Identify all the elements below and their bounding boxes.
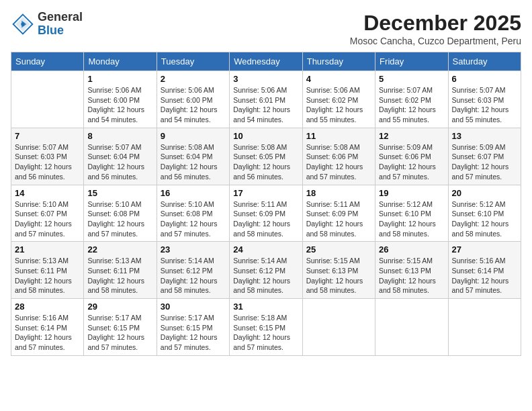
calendar-cell bbox=[302, 299, 375, 356]
day-number: 30 bbox=[161, 302, 226, 312]
column-header-thursday: Thursday bbox=[302, 52, 375, 71]
day-info: Sunrise: 5:17 AM Sunset: 6:15 PM Dayligh… bbox=[161, 313, 226, 353]
column-header-saturday: Saturday bbox=[448, 52, 521, 71]
day-number: 26 bbox=[379, 244, 444, 255]
calendar-cell: 18Sunrise: 5:11 AM Sunset: 6:09 PM Dayli… bbox=[302, 185, 375, 242]
day-info: Sunrise: 5:11 AM Sunset: 6:09 PM Dayligh… bbox=[233, 199, 298, 239]
day-number: 19 bbox=[379, 188, 444, 198]
calendar-cell: 10Sunrise: 5:08 AM Sunset: 6:05 PM Dayli… bbox=[230, 128, 302, 185]
column-header-friday: Friday bbox=[375, 52, 448, 71]
logo-text: General Blue bbox=[38, 11, 83, 38]
calendar-cell: 7Sunrise: 5:07 AM Sunset: 6:03 PM Daylig… bbox=[11, 128, 84, 185]
calendar-cell: 31Sunrise: 5:18 AM Sunset: 6:15 PM Dayli… bbox=[230, 299, 302, 356]
day-info: Sunrise: 5:08 AM Sunset: 6:06 PM Dayligh… bbox=[306, 142, 371, 182]
day-number: 12 bbox=[379, 131, 444, 141]
calendar-cell: 23Sunrise: 5:14 AM Sunset: 6:12 PM Dayli… bbox=[157, 242, 229, 299]
calendar-cell: 3Sunrise: 5:06 AM Sunset: 6:01 PM Daylig… bbox=[230, 71, 302, 128]
logo: General Blue bbox=[11, 11, 83, 38]
column-header-wednesday: Wednesday bbox=[230, 52, 302, 71]
calendar-table: SundayMondayTuesdayWednesdayThursdayFrid… bbox=[11, 52, 521, 356]
day-number: 21 bbox=[15, 244, 80, 255]
calendar-cell: 5Sunrise: 5:07 AM Sunset: 6:02 PM Daylig… bbox=[375, 71, 448, 128]
day-info: Sunrise: 5:09 AM Sunset: 6:07 PM Dayligh… bbox=[452, 142, 517, 182]
day-number: 4 bbox=[306, 74, 371, 84]
day-number: 14 bbox=[15, 188, 80, 198]
day-number: 25 bbox=[306, 244, 371, 255]
calendar-cell: 22Sunrise: 5:13 AM Sunset: 6:11 PM Dayli… bbox=[84, 242, 157, 299]
day-number: 20 bbox=[452, 188, 517, 198]
day-number: 11 bbox=[306, 131, 371, 141]
title-block: December 2025 Mosoc Cancha, Cuzco Depart… bbox=[350, 11, 521, 46]
calendar-cell: 2Sunrise: 5:06 AM Sunset: 6:00 PM Daylig… bbox=[157, 71, 229, 128]
day-info: Sunrise: 5:16 AM Sunset: 6:14 PM Dayligh… bbox=[452, 256, 517, 295]
calendar-cell: 9Sunrise: 5:08 AM Sunset: 6:04 PM Daylig… bbox=[157, 128, 229, 185]
day-number: 8 bbox=[87, 131, 152, 141]
day-number: 13 bbox=[452, 131, 517, 141]
calendar-cell bbox=[11, 71, 84, 128]
day-info: Sunrise: 5:18 AM Sunset: 6:15 PM Dayligh… bbox=[233, 313, 298, 353]
day-number: 7 bbox=[15, 131, 80, 141]
day-number: 18 bbox=[306, 188, 371, 198]
day-info: Sunrise: 5:13 AM Sunset: 6:11 PM Dayligh… bbox=[87, 256, 152, 295]
calendar-cell: 19Sunrise: 5:12 AM Sunset: 6:10 PM Dayli… bbox=[375, 185, 448, 242]
day-info: Sunrise: 5:08 AM Sunset: 6:05 PM Dayligh… bbox=[233, 142, 298, 182]
calendar-cell: 12Sunrise: 5:09 AM Sunset: 6:06 PM Dayli… bbox=[375, 128, 448, 185]
day-info: Sunrise: 5:17 AM Sunset: 6:15 PM Dayligh… bbox=[87, 313, 152, 353]
day-number: 28 bbox=[15, 302, 80, 312]
column-header-tuesday: Tuesday bbox=[157, 52, 229, 71]
day-info: Sunrise: 5:15 AM Sunset: 6:13 PM Dayligh… bbox=[306, 256, 371, 295]
calendar-cell: 21Sunrise: 5:13 AM Sunset: 6:11 PM Dayli… bbox=[11, 242, 84, 299]
day-number: 10 bbox=[233, 131, 298, 141]
day-number: 22 bbox=[87, 244, 152, 255]
day-info: Sunrise: 5:11 AM Sunset: 6:09 PM Dayligh… bbox=[306, 199, 371, 239]
day-info: Sunrise: 5:10 AM Sunset: 6:07 PM Dayligh… bbox=[15, 199, 80, 239]
calendar-cell: 14Sunrise: 5:10 AM Sunset: 6:07 PM Dayli… bbox=[11, 185, 84, 242]
day-info: Sunrise: 5:13 AM Sunset: 6:11 PM Dayligh… bbox=[15, 256, 80, 295]
day-info: Sunrise: 5:15 AM Sunset: 6:13 PM Dayligh… bbox=[379, 256, 444, 295]
day-info: Sunrise: 5:07 AM Sunset: 6:03 PM Dayligh… bbox=[15, 142, 80, 182]
day-info: Sunrise: 5:06 AM Sunset: 6:02 PM Dayligh… bbox=[306, 85, 371, 125]
day-info: Sunrise: 5:14 AM Sunset: 6:12 PM Dayligh… bbox=[233, 256, 298, 295]
day-info: Sunrise: 5:12 AM Sunset: 6:10 PM Dayligh… bbox=[379, 199, 444, 239]
day-number: 3 bbox=[233, 74, 298, 84]
calendar-week-row: 21Sunrise: 5:13 AM Sunset: 6:11 PM Dayli… bbox=[11, 242, 521, 299]
calendar-week-row: 1Sunrise: 5:06 AM Sunset: 6:00 PM Daylig… bbox=[11, 71, 521, 128]
day-info: Sunrise: 5:07 AM Sunset: 6:03 PM Dayligh… bbox=[452, 85, 517, 125]
calendar-cell: 20Sunrise: 5:12 AM Sunset: 6:10 PM Dayli… bbox=[448, 185, 521, 242]
calendar-cell: 8Sunrise: 5:07 AM Sunset: 6:04 PM Daylig… bbox=[84, 128, 157, 185]
calendar-cell: 6Sunrise: 5:07 AM Sunset: 6:03 PM Daylig… bbox=[448, 71, 521, 128]
calendar-cell: 1Sunrise: 5:06 AM Sunset: 6:00 PM Daylig… bbox=[84, 71, 157, 128]
day-number: 27 bbox=[452, 244, 517, 255]
calendar-week-row: 7Sunrise: 5:07 AM Sunset: 6:03 PM Daylig… bbox=[11, 128, 521, 185]
day-info: Sunrise: 5:16 AM Sunset: 6:14 PM Dayligh… bbox=[15, 313, 80, 353]
calendar-week-row: 14Sunrise: 5:10 AM Sunset: 6:07 PM Dayli… bbox=[11, 185, 521, 242]
calendar-cell: 16Sunrise: 5:10 AM Sunset: 6:08 PM Dayli… bbox=[157, 185, 229, 242]
calendar-cell: 4Sunrise: 5:06 AM Sunset: 6:02 PM Daylig… bbox=[302, 71, 375, 128]
calendar-cell: 11Sunrise: 5:08 AM Sunset: 6:06 PM Dayli… bbox=[302, 128, 375, 185]
day-number: 16 bbox=[161, 188, 226, 198]
day-info: Sunrise: 5:10 AM Sunset: 6:08 PM Dayligh… bbox=[87, 199, 152, 239]
calendar-cell: 25Sunrise: 5:15 AM Sunset: 6:13 PM Dayli… bbox=[302, 242, 375, 299]
calendar-week-row: 28Sunrise: 5:16 AM Sunset: 6:14 PM Dayli… bbox=[11, 299, 521, 356]
calendar-cell: 17Sunrise: 5:11 AM Sunset: 6:09 PM Dayli… bbox=[230, 185, 302, 242]
day-info: Sunrise: 5:06 AM Sunset: 6:00 PM Dayligh… bbox=[87, 85, 152, 125]
calendar-cell bbox=[448, 299, 521, 356]
day-info: Sunrise: 5:06 AM Sunset: 6:01 PM Dayligh… bbox=[233, 85, 298, 125]
calendar-cell: 24Sunrise: 5:14 AM Sunset: 6:12 PM Dayli… bbox=[230, 242, 302, 299]
calendar-cell: 29Sunrise: 5:17 AM Sunset: 6:15 PM Dayli… bbox=[84, 299, 157, 356]
day-number: 15 bbox=[87, 188, 152, 198]
day-number: 1 bbox=[87, 74, 152, 84]
day-info: Sunrise: 5:14 AM Sunset: 6:12 PM Dayligh… bbox=[161, 256, 226, 295]
column-header-sunday: Sunday bbox=[11, 52, 84, 71]
calendar-cell bbox=[375, 299, 448, 356]
day-info: Sunrise: 5:12 AM Sunset: 6:10 PM Dayligh… bbox=[452, 199, 517, 239]
day-info: Sunrise: 5:08 AM Sunset: 6:04 PM Dayligh… bbox=[161, 142, 226, 182]
day-info: Sunrise: 5:10 AM Sunset: 6:08 PM Dayligh… bbox=[161, 199, 226, 239]
calendar-cell: 30Sunrise: 5:17 AM Sunset: 6:15 PM Dayli… bbox=[157, 299, 229, 356]
calendar-cell: 28Sunrise: 5:16 AM Sunset: 6:14 PM Dayli… bbox=[11, 299, 84, 356]
calendar-cell: 26Sunrise: 5:15 AM Sunset: 6:13 PM Dayli… bbox=[375, 242, 448, 299]
day-number: 6 bbox=[452, 74, 517, 84]
logo-icon bbox=[11, 12, 35, 36]
day-number: 23 bbox=[161, 244, 226, 255]
day-number: 9 bbox=[161, 131, 226, 141]
